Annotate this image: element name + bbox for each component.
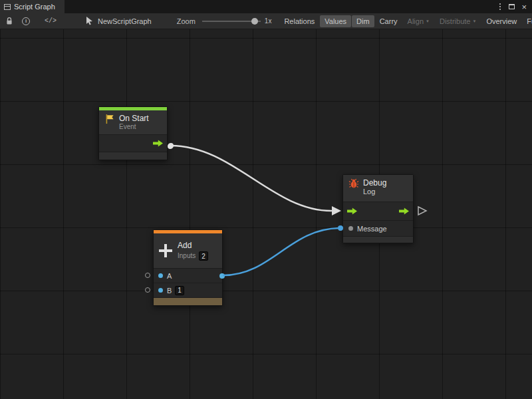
graph-tab-icon [4, 4, 11, 10]
node-footer [99, 152, 167, 160]
maximize-icon[interactable] [509, 4, 515, 9]
inputs-label: Inputs [178, 252, 196, 260]
lock-icon[interactable] [5, 17, 13, 25]
zoom-slider-knob[interactable] [251, 18, 258, 25]
node-subtitle: Log [363, 188, 386, 196]
script-graph-window: Script Graph × i </> NewScriptGraph Zoom [0, 0, 532, 399]
fullscreen-label: Full Sc [527, 17, 532, 25]
port-a-connection-ring[interactable] [145, 273, 150, 278]
zoom-label: Zoom [177, 17, 196, 25]
close-icon[interactable]: × [521, 3, 527, 11]
relations-label: Relations [284, 17, 315, 25]
node-title: Add [178, 241, 208, 250]
flow-continuation-arrow-icon [418, 207, 426, 215]
graph-canvas[interactable]: On Start Event [0, 29, 532, 399]
port-b-row: B 1 [154, 283, 222, 297]
flow-input-port[interactable] [347, 207, 357, 215]
message-port-label: Message [357, 225, 387, 233]
debug-log-header: Debug Log [343, 175, 413, 201]
node-footer [343, 236, 413, 243]
node-debug-log[interactable]: Debug Log Message [342, 174, 414, 243]
tab-title: Script Graph [14, 3, 55, 11]
flow-output-connection-dot[interactable] [168, 144, 173, 149]
toolbar-buttons: Relations Values Dim Carry Align▼ Distri… [279, 13, 532, 29]
chevron-down-icon: ▼ [472, 19, 476, 23]
flag-icon [104, 114, 115, 124]
overview-label: Overview [486, 17, 517, 25]
node-title: On Start [119, 114, 149, 123]
carry-label: Carry [380, 17, 398, 25]
window-menu-icon[interactable] [498, 2, 502, 11]
port-a-input[interactable] [158, 273, 163, 278]
overview-button[interactable]: Overview [481, 15, 521, 27]
port-a-label: A [167, 272, 172, 280]
graph-pointer-icon [86, 17, 94, 25]
tab-script-graph[interactable]: Script Graph [0, 0, 65, 13]
zoom-slider[interactable] [202, 17, 261, 25]
inputs-count-field[interactable]: 2 [199, 251, 208, 261]
align-label: Align [408, 17, 424, 25]
dim-button[interactable]: Dim [352, 15, 374, 27]
title-bar: Script Graph × [0, 0, 532, 13]
flow-connection-arrowhead [332, 206, 341, 215]
distribute-button[interactable]: Distribute▼ [435, 15, 481, 27]
relations-button[interactable]: Relations [279, 15, 319, 27]
node-title: Debug [363, 178, 386, 188]
flow-output-port[interactable] [153, 140, 163, 148]
port-b-connection-ring[interactable] [145, 287, 150, 293]
flow-row [343, 201, 413, 220]
flow-connection[interactable] [171, 146, 331, 211]
add-header: Add Inputs 2 [154, 233, 222, 268]
graph-toolbar: i </> NewScriptGraph Zoom 1x Relations V… [0, 13, 532, 29]
align-button[interactable]: Align▼ [403, 15, 434, 27]
node-footer [154, 297, 222, 305]
port-b-value-field[interactable]: 1 [175, 286, 184, 295]
message-port-row: Message [343, 220, 413, 236]
node-add[interactable]: Add Inputs 2 A B 1 [153, 229, 223, 306]
flow-output-row [99, 134, 167, 152]
code-icon[interactable]: </> [45, 17, 57, 25]
chevron-down-icon: ▼ [426, 19, 430, 23]
info-icon[interactable]: i [22, 17, 30, 25]
port-a-row: A [154, 268, 222, 283]
zoom-value: 1x [265, 17, 272, 25]
port-b-input[interactable] [158, 288, 163, 293]
port-b-label: B [167, 287, 172, 295]
bug-icon [348, 178, 359, 189]
carry-button[interactable]: Carry [375, 15, 402, 27]
fullscreen-button[interactable]: Full Sc [522, 15, 532, 27]
plus-icon [159, 244, 172, 257]
message-input-port[interactable] [348, 226, 353, 231]
values-label: Values [325, 17, 346, 25]
window-controls: × [498, 0, 532, 13]
dim-label: Dim [356, 17, 370, 25]
node-on-start[interactable]: On Start Event [98, 106, 168, 160]
connections-layer [0, 29, 532, 399]
distribute-label: Distribute [440, 17, 470, 25]
flow-output-port[interactable] [399, 207, 409, 215]
on-start-header: On Start Event [99, 110, 167, 134]
node-subtitle: Event [119, 123, 149, 131]
sum-output-port[interactable] [219, 273, 225, 279]
values-button[interactable]: Values [320, 15, 351, 27]
value-connection[interactable] [223, 228, 340, 275]
breadcrumb-graph-name[interactable]: NewScriptGraph [98, 17, 152, 25]
